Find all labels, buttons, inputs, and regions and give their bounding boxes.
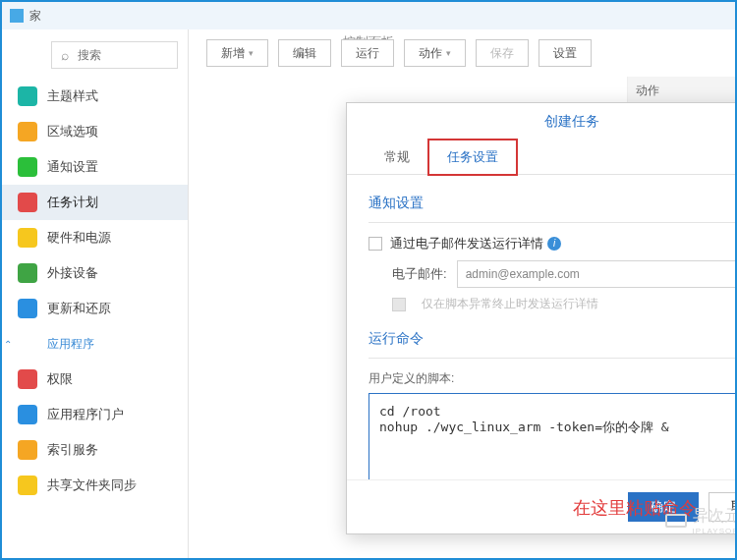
sidebar: ⌕ 主题样式区域选项通知设置任务计划硬件和电源外接设备更新和还原⌃应用程序权限应… (2, 29, 189, 558)
sidebar-item-3[interactable]: 任务计划 (2, 185, 188, 220)
sidebar-icon (18, 476, 37, 495)
sidebar-item-label: 应用程序门户 (47, 406, 124, 423)
sidebar-item-label: 更新和还原 (47, 300, 111, 317)
sidebar-icon (18, 263, 37, 283)
sidebar-icon (18, 228, 37, 248)
sidebar-icon (18, 405, 37, 424)
sidebar-item-label: 通知设置 (47, 158, 98, 176)
sidebar-item-8[interactable]: 权限 (2, 362, 188, 397)
email-label: 电子邮件: (368, 265, 447, 283)
sidebar-icon (18, 440, 37, 460)
action-button[interactable]: 动作▾ (404, 39, 466, 67)
send-email-checkbox[interactable] (368, 237, 382, 251)
script-textarea[interactable] (368, 393, 737, 479)
dialog-title: 创建任务 (347, 103, 737, 140)
sidebar-item-6[interactable]: 更新和还原 (2, 291, 188, 326)
search-icon: ⌕ (61, 47, 69, 63)
sidebar-icon (18, 193, 37, 212)
caret-down-icon: ▾ (446, 48, 451, 58)
ok-button[interactable]: 确定 (628, 492, 699, 522)
sidebar-item-0[interactable]: 主题样式 (2, 79, 188, 114)
sidebar-item-label: 共享文件夹同步 (47, 476, 137, 494)
sidebar-icon (18, 369, 37, 389)
sidebar-section-apps[interactable]: ⌃应用程序 (2, 326, 188, 362)
sidebar-item-4[interactable]: 硬件和电源 (2, 220, 188, 255)
send-email-label: 通过电子邮件发送运行详情 (390, 235, 543, 252)
action-column-header: 动作 (628, 77, 735, 105)
sidebar-item-10[interactable]: 索引服务 (2, 432, 188, 468)
tab-task-settings[interactable]: 任务设置 (427, 139, 518, 176)
app-window: 家 控制面板 ⌕ 主题样式区域选项通知设置任务计划硬件和电源外接设备更新和还原⌃… (0, 0, 737, 560)
sidebar-item-label: 外接设备 (47, 264, 98, 282)
folder-name: 家 (29, 8, 41, 25)
sidebar-icon (18, 122, 37, 141)
sidebar-icon (18, 157, 37, 177)
new-button[interactable]: 新增▾ (206, 39, 268, 67)
notify-section-title: 通知设置 (368, 195, 737, 212)
sidebar-item-2[interactable]: 通知设置 (2, 149, 188, 185)
sidebar-item-label: 任务计划 (47, 194, 98, 211)
sidebar-icon (18, 86, 37, 106)
sidebar-item-label: 主题样式 (47, 87, 98, 105)
settings-button[interactable]: 设置 (539, 39, 592, 67)
sidebar-item-label: 硬件和电源 (47, 229, 111, 247)
edit-button[interactable]: 编辑 (278, 39, 331, 67)
only-error-label: 仅在脚本异常终止时发送运行详情 (422, 296, 598, 312)
run-section-title: 运行命令 (368, 330, 737, 348)
caret-down-icon: ▾ (249, 48, 254, 58)
toolbar: 新增▾ 编辑 运行 动作▾ 保存 设置 (189, 29, 735, 77)
create-task-dialog: 创建任务 常规 任务设置 通知设置 通过电子邮件发送运行详情 i 电子邮件: (346, 102, 737, 534)
dialog-tabs: 常规 任务设置 (347, 140, 737, 175)
sidebar-item-5[interactable]: 外接设备 (2, 255, 188, 291)
only-error-checkbox (392, 298, 406, 311)
save-button[interactable]: 保存 (476, 39, 529, 67)
search-input[interactable] (51, 41, 178, 69)
info-icon[interactable]: i (547, 237, 561, 251)
folder-icon (10, 9, 24, 23)
sidebar-item-9[interactable]: 应用程序门户 (2, 397, 188, 432)
sidebar-item-label: 权限 (47, 370, 73, 388)
sidebar-item-11[interactable]: 共享文件夹同步 (2, 468, 188, 503)
dialog-body: 通知设置 通过电子邮件发送运行详情 i 电子邮件: 仅在脚本异常终止时发送运行详… (347, 175, 737, 479)
sidebar-icon (18, 299, 37, 318)
titlebar: 家 (2, 2, 735, 29)
email-input[interactable] (457, 260, 737, 288)
sidebar-item-label: 索引服务 (47, 441, 98, 459)
dialog-footer: 确定 取消 (347, 479, 737, 533)
tab-general[interactable]: 常规 (367, 140, 427, 174)
run-button[interactable]: 运行 (341, 39, 394, 67)
cancel-button[interactable]: 取消 (709, 492, 737, 522)
script-label: 用户定义的脚本: (368, 370, 737, 387)
chevron-up-icon: ⌃ (4, 339, 12, 350)
sidebar-item-label: 区域选项 (47, 123, 98, 140)
sidebar-item-1[interactable]: 区域选项 (2, 114, 188, 149)
main-pane: 新增▾ 编辑 运行 动作▾ 保存 设置 动作 照片/视频导入 运行: bash … (189, 29, 735, 558)
